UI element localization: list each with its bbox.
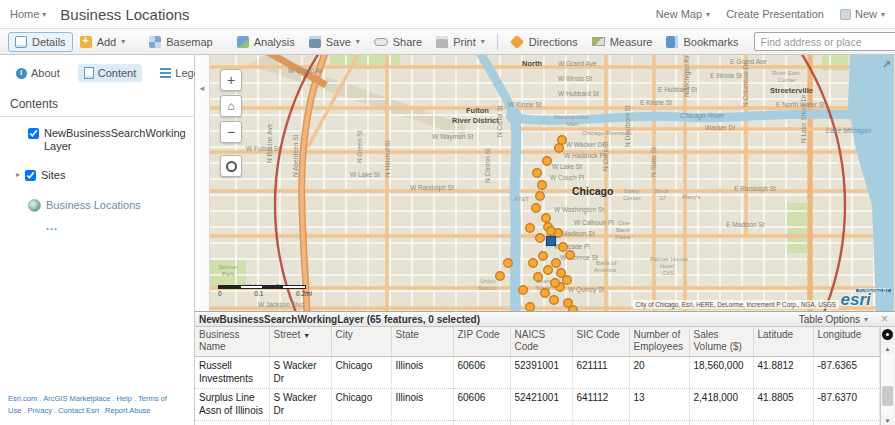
new-item-icon: [840, 9, 851, 20]
table-cell: Surplus Line Assn of Illinois: [195, 389, 269, 421]
bookmarks-label: Bookmarks: [683, 36, 738, 48]
bookmarks-button[interactable]: Bookmarks: [659, 32, 745, 52]
business-marker[interactable]: [504, 259, 513, 268]
zoom-in-button[interactable]: +: [220, 69, 242, 91]
business-marker[interactable]: [496, 272, 505, 281]
business-marker[interactable]: [526, 303, 535, 311]
table-row[interactable]: Russell InvestmentsS Wacker DrChicagoIll…: [195, 357, 879, 389]
column-header[interactable]: Longitude: [813, 327, 879, 357]
scroll-up-icon[interactable]: ▴: [886, 344, 890, 353]
business-marker[interactable]: [536, 192, 545, 201]
zoom-out-button[interactable]: −: [220, 121, 242, 143]
sidebar-collapse-handle[interactable]: ◂: [195, 55, 210, 311]
scale-label: 0.1: [254, 290, 263, 297]
business-marker[interactable]: [532, 204, 541, 213]
save-label: Save: [326, 36, 351, 48]
business-marker[interactable]: [550, 296, 559, 305]
layer-item-basemap[interactable]: Business Locations: [0, 191, 194, 220]
expand-arrow-icon[interactable]: ▸: [16, 170, 20, 179]
home-menu[interactable]: Home ▾: [10, 8, 46, 20]
business-marker[interactable]: [539, 252, 548, 261]
business-marker[interactable]: [534, 273, 543, 282]
business-marker[interactable]: [559, 243, 568, 252]
search-input[interactable]: [755, 36, 895, 48]
footer-link[interactable]: Esri.com: [8, 394, 37, 403]
column-header[interactable]: Business Name: [195, 327, 269, 357]
column-header[interactable]: State: [391, 327, 453, 357]
column-header[interactable]: Latitude: [753, 327, 813, 357]
footer-link[interactable]: Privacy: [27, 406, 52, 415]
column-header[interactable]: City: [331, 327, 391, 357]
footer-link[interactable]: Contact Esri: [58, 406, 99, 415]
selected-site-marker[interactable]: [547, 237, 556, 246]
business-marker[interactable]: [529, 259, 538, 268]
business-marker[interactable]: [563, 276, 572, 285]
footer-link[interactable]: Report Abuse: [105, 406, 150, 415]
scrollbar-thumb[interactable]: [882, 386, 893, 406]
layer-item-working-layer[interactable]: NewBusinessSearchWorkingLayer: [0, 119, 194, 161]
table-row[interactable]: Urs CorpS Wacker DrChicagoIllinois606065…: [195, 421, 879, 425]
map-canvas[interactable]: W Grand AvNorthW Grand AveE Grand AveW I…: [210, 55, 895, 311]
business-marker[interactable]: [558, 136, 567, 145]
create-presentation-link[interactable]: Create Presentation: [726, 8, 824, 20]
business-marker[interactable]: [543, 157, 552, 166]
expand-map-icon[interactable]: ↗: [882, 58, 891, 71]
print-button[interactable]: Print ▾: [429, 32, 492, 52]
column-header[interactable]: Number of Employees: [629, 327, 689, 357]
column-header[interactable]: NAICS Code: [510, 327, 572, 357]
table-settings-icon[interactable]: [882, 329, 893, 340]
scale-label: 0: [218, 290, 222, 297]
business-marker[interactable]: [566, 251, 575, 260]
add-button[interactable]: Add ▾: [73, 32, 133, 52]
column-header[interactable]: ZIP Code: [453, 327, 510, 357]
tab-about[interactable]: About: [10, 64, 66, 82]
business-marker[interactable]: [569, 306, 578, 311]
directions-icon: [510, 34, 524, 48]
business-marker[interactable]: [547, 227, 556, 236]
business-marker[interactable]: [542, 214, 551, 223]
business-marker[interactable]: [544, 266, 553, 275]
scroll-down-icon[interactable]: ▾: [886, 416, 890, 425]
business-marker[interactable]: [526, 224, 535, 233]
business-marker[interactable]: [551, 279, 560, 288]
tab-content[interactable]: Content: [78, 64, 143, 82]
new-map-menu[interactable]: New Map ▾: [656, 8, 710, 20]
business-marker[interactable]: [519, 286, 528, 295]
tab-about-label: About: [31, 67, 60, 79]
footer-link[interactable]: Help: [116, 394, 131, 403]
layer-label: Sites: [41, 169, 65, 182]
share-button[interactable]: Share: [367, 32, 429, 52]
column-header[interactable]: Street▼: [269, 327, 331, 357]
footer-link[interactable]: ArcGIS Marketplace: [43, 394, 110, 403]
table-row[interactable]: Surplus Line Assn of IllinoisS Wacker Dr…: [195, 389, 879, 421]
home-extent-button[interactable]: ⌂: [220, 95, 242, 117]
business-marker[interactable]: [538, 181, 547, 190]
business-marker[interactable]: [541, 289, 550, 298]
esri-logo: POWERED BY esri: [840, 281, 891, 307]
table-options-menu[interactable]: Table Options ▾: [799, 314, 868, 325]
save-icon: [309, 36, 321, 48]
new-menu[interactable]: New ▾: [840, 8, 885, 20]
business-marker[interactable]: [536, 234, 545, 243]
column-header[interactable]: Sales Volume ($): [689, 327, 753, 357]
save-button[interactable]: Save ▾: [302, 32, 367, 52]
column-header[interactable]: SIC Code: [572, 327, 629, 357]
chevron-down-icon: ▾: [356, 37, 360, 46]
basemap-svg[interactable]: W Grand AvNorthW Grand AveE Grand AveW I…: [210, 55, 894, 311]
close-table-icon[interactable]: ×: [878, 312, 891, 326]
share-icon: [374, 38, 388, 46]
layer-item-sites[interactable]: ▸ Sites: [0, 161, 194, 190]
measure-button[interactable]: Measure: [585, 32, 660, 52]
business-marker[interactable]: [533, 169, 542, 178]
business-marker[interactable]: [552, 259, 561, 268]
scrollbar-track[interactable]: [882, 354, 893, 415]
scale-bar: 0 0.1 0.2mi: [218, 285, 312, 297]
directions-button[interactable]: Directions: [503, 32, 585, 52]
details-button[interactable]: Details: [8, 32, 73, 52]
layer-checkbox[interactable]: [25, 170, 36, 181]
locate-button[interactable]: [220, 155, 242, 177]
basemap-button[interactable]: Basemap: [142, 32, 219, 52]
analysis-button[interactable]: Analysis: [230, 32, 302, 52]
layer-options-ellipsis[interactable]: ...: [0, 220, 194, 232]
layer-checkbox[interactable]: [28, 128, 39, 139]
